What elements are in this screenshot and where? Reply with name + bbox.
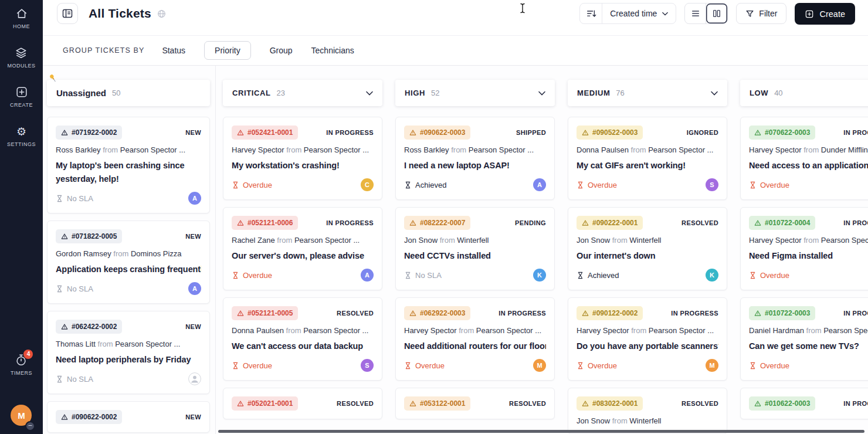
ticket-id-badge[interactable]: #090122-0002 bbox=[577, 306, 643, 320]
ticket-id-badge[interactable]: #071822-0005 bbox=[56, 229, 122, 243]
card-top-row: #090122-0002IN PROGRESS bbox=[577, 306, 718, 320]
assignee-avatar[interactable]: S bbox=[361, 359, 374, 372]
chevron-down-icon[interactable] bbox=[366, 91, 373, 96]
sidebar-item-modules[interactable]: MODULES bbox=[7, 46, 35, 69]
horizontal-scrollbar[interactable] bbox=[218, 430, 864, 433]
alert-triangle-icon bbox=[409, 310, 416, 317]
ticket-card[interactable]: #071922-0002NEWRoss Barkley from Pearson… bbox=[47, 117, 210, 213]
ticket-card[interactable]: #052121-0006IN PROGRESSRachel Zane from … bbox=[223, 207, 382, 290]
assignee-avatar[interactable]: A bbox=[188, 192, 201, 205]
sla-label: Overdue bbox=[415, 361, 445, 370]
sort-field-dropdown[interactable]: Created time bbox=[602, 9, 676, 18]
ticket-id-badge[interactable]: #082222-0007 bbox=[404, 216, 470, 230]
ticket-card[interactable]: #052021-0001RESOLVED bbox=[223, 388, 382, 419]
card-top-row: #052121-0005RESOLVED bbox=[232, 306, 374, 320]
ticket-card[interactable]: #062922-0003IN PROGRESSHarvey Spector fr… bbox=[395, 297, 555, 381]
ticket-id-badge[interactable]: #010622-0003 bbox=[749, 396, 815, 411]
ticket-status: IN PROGRESS bbox=[499, 310, 546, 317]
sla-status: Overdue bbox=[577, 181, 617, 189]
assignee-avatar[interactable]: K bbox=[706, 269, 718, 282]
list-view-button[interactable] bbox=[685, 4, 706, 23]
from-label: from bbox=[610, 416, 629, 425]
chevron-down-icon[interactable] bbox=[538, 91, 545, 96]
ticket-id-badge[interactable]: #090522-0003 bbox=[577, 126, 643, 140]
sort-order-icon[interactable] bbox=[580, 4, 602, 23]
ticket-card[interactable]: #082222-0007PENDINGJon Snow from Winterf… bbox=[395, 207, 555, 290]
card-top-row: #083022-0001RESOLVED bbox=[577, 396, 718, 411]
ticket-id-badge[interactable]: #053122-0001 bbox=[404, 396, 470, 411]
ticket-card[interactable]: #090122-0002IN PROGRESSHarvey Spector fr… bbox=[568, 297, 727, 381]
column-title: CRITICAL bbox=[232, 89, 270, 97]
sidebar-item-create[interactable]: CREATE bbox=[10, 86, 33, 108]
assignee-avatar[interactable]: C bbox=[361, 178, 374, 191]
ticket-card[interactable]: #083022-0001RESOLVEDJon Snow from Winter… bbox=[568, 388, 727, 434]
ticket-card[interactable]: #010722-0004IN PROGRESSHarvey Spector fr… bbox=[740, 207, 868, 290]
board-icon-button[interactable] bbox=[57, 3, 78, 24]
ticket-subject: Need laptop peripherals by Friday bbox=[56, 353, 201, 367]
assignee-avatar[interactable]: A bbox=[361, 269, 374, 282]
ticket-card[interactable]: #010622-0003IN PROGRESS bbox=[740, 388, 868, 419]
ticket-status: NEW bbox=[185, 323, 201, 330]
ticket-card[interactable]: #052421-0001IN PROGRESSHarvey Spector fr… bbox=[223, 117, 382, 200]
sidebar-item-home[interactable]: HOME bbox=[13, 7, 30, 29]
ticket-id-badge[interactable]: #070622-0003 bbox=[749, 126, 815, 140]
card-top-row: #071822-0005NEW bbox=[56, 229, 201, 243]
ticket-id-badge[interactable]: #052021-0001 bbox=[232, 396, 298, 411]
pushpin-icon[interactable] bbox=[48, 73, 58, 83]
ticket-id-badge[interactable]: #052421-0001 bbox=[232, 126, 298, 140]
ticket-id-badge[interactable]: #071922-0002 bbox=[56, 126, 122, 140]
ticket-id-badge[interactable]: #062422-0002 bbox=[56, 320, 122, 334]
ticket-card[interactable]: #062422-0002NEWThomas Litt from Pearson … bbox=[47, 311, 210, 394]
ticket-id-badge[interactable]: #010722-0004 bbox=[749, 216, 815, 230]
kanban-view-button[interactable] bbox=[706, 4, 727, 23]
ticket-card[interactable]: #071822-0005NEWGordon Ramsey from Domino… bbox=[47, 221, 210, 304]
ticket-status: IN PROGRESS bbox=[326, 219, 374, 226]
person-icon[interactable] bbox=[188, 372, 201, 385]
user-avatar[interactable]: M bbox=[11, 405, 32, 426]
ticket-card[interactable]: #090222-0001RESOLVEDJon Snow from Winter… bbox=[568, 207, 727, 290]
ticket-id-badge[interactable]: #090622-0003 bbox=[404, 126, 470, 140]
assignee-avatar[interactable]: M bbox=[533, 359, 546, 372]
ticket-id: #010722-0004 bbox=[765, 219, 810, 227]
tab-group[interactable]: Group bbox=[270, 46, 293, 55]
requester-name: Thomas Litt bbox=[56, 340, 96, 348]
ticket-id-badge[interactable]: #010722-0003 bbox=[749, 306, 815, 320]
requester-company: Pearson Spector ... bbox=[648, 145, 713, 154]
ticket-card[interactable]: #090622-0002NEW bbox=[47, 401, 210, 433]
assignee-avatar[interactable]: A bbox=[188, 282, 201, 295]
ticket-card[interactable]: #090522-0003IGNOREDDonna Paulsen from Pe… bbox=[568, 117, 727, 200]
ticket-id-badge[interactable]: #090622-0002 bbox=[56, 410, 122, 424]
filter-button[interactable]: Filter bbox=[736, 3, 786, 24]
ticket-id: #010722-0003 bbox=[765, 309, 810, 317]
assignee-avatar[interactable]: M bbox=[706, 359, 718, 372]
tab-technicians[interactable]: Technicians bbox=[311, 46, 354, 55]
ticket-card[interactable]: #070622-0003IN PROGRESSHarvey Spector fr… bbox=[740, 117, 868, 200]
ticket-id: #090522-0003 bbox=[592, 128, 638, 137]
create-button[interactable]: Create bbox=[795, 3, 855, 25]
ticket-id-badge[interactable]: #052121-0005 bbox=[232, 306, 298, 320]
assignee-avatar[interactable]: A bbox=[533, 178, 546, 191]
assignee-avatar[interactable]: K bbox=[533, 269, 546, 282]
requester-line: Harvey Spector from Pearson Spector ... bbox=[577, 326, 718, 335]
ticket-card[interactable]: #010722-0003IN PROGRESSDaniel Hardman fr… bbox=[740, 297, 868, 381]
ticket-id: #090122-0002 bbox=[592, 309, 638, 317]
ticket-status: RESOLVED bbox=[509, 400, 546, 407]
ticket-card[interactable]: #053122-0001RESOLVED bbox=[395, 388, 555, 419]
chevron-down-icon[interactable] bbox=[711, 91, 718, 96]
assignee-avatar[interactable]: S bbox=[706, 178, 718, 191]
tab-priority[interactable]: Priority bbox=[204, 41, 251, 60]
create-button-label: Create bbox=[819, 9, 845, 19]
sidebar-item-timers[interactable]: 4 TIMERS bbox=[11, 354, 32, 376]
tab-status[interactable]: Status bbox=[162, 46, 185, 55]
sidebar-item-settings[interactable]: ⚙ SETTINGS bbox=[7, 125, 36, 147]
ticket-id-badge[interactable]: #083022-0001 bbox=[577, 396, 643, 411]
ticket-card[interactable]: #052121-0005RESOLVEDDonna Paulsen from P… bbox=[223, 297, 382, 381]
ticket-id-badge[interactable]: #052121-0006 bbox=[232, 216, 298, 230]
ticket-subject: Need additional routers for our floor. bbox=[404, 340, 546, 353]
alert-triangle-icon bbox=[582, 400, 589, 407]
ticket-id-badge[interactable]: #062922-0003 bbox=[404, 306, 470, 320]
sla-status: No SLA bbox=[56, 375, 93, 384]
column-header: LOW40 bbox=[740, 80, 868, 106]
ticket-card[interactable]: #090622-0003SHIPPEDRoss Barkley from Pea… bbox=[395, 117, 555, 200]
ticket-id-badge[interactable]: #090222-0001 bbox=[577, 216, 643, 230]
